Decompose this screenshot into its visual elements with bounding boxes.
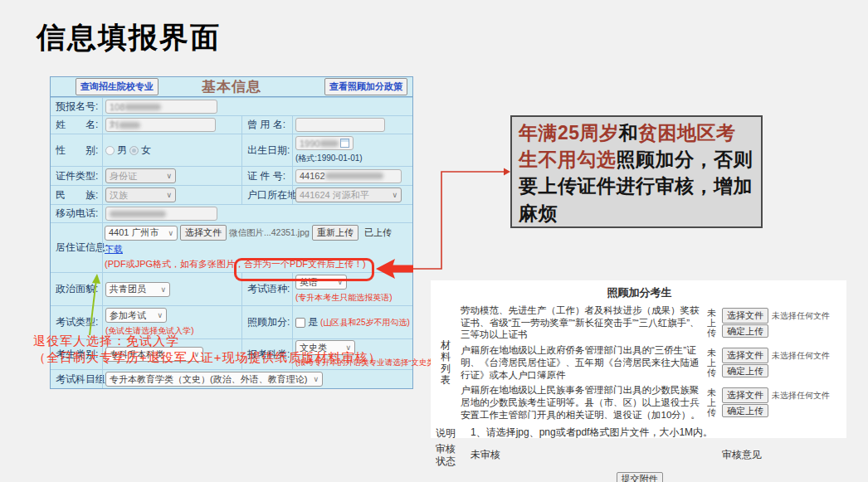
residence-label: 居住证信息: xyxy=(51,223,102,272)
row-ethnic-household: 民 族: 汉族∨ 户口所在地: 441624 河源和平∨ xyxy=(51,185,412,204)
page-title: 信息填报界面 xyxy=(37,18,221,57)
choose-file-button[interactable]: 选择文件 xyxy=(722,348,768,363)
chevron-down-icon: ∨ xyxy=(166,172,172,180)
veteran-annotation: 退役军人选择：免试入学 （全日制大专学历+退役军人证+现场提供纸质版材料审核） xyxy=(33,333,423,367)
exam-language-label: 考试语种: xyxy=(241,273,292,305)
material-text: 劳动模范、先进生产（工作）者及科技进步（成果）奖获证书、省级“五一劳动奖章”“新… xyxy=(459,303,702,343)
gender-female-radio[interactable] xyxy=(129,146,139,155)
redacted-value xyxy=(325,173,383,179)
no-file-text: 未选择任何文件 xyxy=(772,310,830,322)
material-text: 户籍所在地地级以上民族事务管理部门出具的少数民族聚居地的少数民族考生证明等。县（… xyxy=(459,382,702,422)
reupload-button[interactable]: 重新上传 xyxy=(312,225,358,241)
ethnic-select: 汉族∨ xyxy=(105,187,176,202)
bonus-note: (山区县和25岁不用勾选) xyxy=(320,317,410,329)
ethnic-label: 民 族: xyxy=(51,186,102,204)
exam-language-select[interactable]: 英语∨ xyxy=(295,275,347,290)
preregister-label: 预报名号: xyxy=(51,98,102,115)
row-subject-group: 考试科目组: 专升本教育学类（文史）(政治、外语、教育理论)∨ xyxy=(51,369,412,388)
form-header: 查询招生院校专业 基本信息 查看照顾加分政策 xyxy=(51,77,412,97)
material-upload: 选择文件未选择任何文件 确定上传 xyxy=(722,345,843,380)
no-file-text: 未选择任何文件 xyxy=(772,390,830,402)
former-name-input[interactable] xyxy=(295,118,385,132)
former-name-label: 曾 用 名: xyxy=(241,116,292,134)
query-colleges-button[interactable]: 查询招生院校专业 xyxy=(76,78,158,95)
gender-male-radio[interactable] xyxy=(105,146,115,155)
subject-group-select[interactable]: 专升本教育学类（文史）(政治、外语、教育理论)∨ xyxy=(105,372,323,387)
row-mobile: 移动电话: xyxy=(51,204,412,222)
row-political-language: 政治面貌: 共青团员∨ 考试语种: 英语∨ (专升本考生只能选报英语) xyxy=(51,272,412,305)
note-text: 1、请选择jpg、png或者pdf格式图片文件，大小1M内。 xyxy=(459,426,719,440)
note-label: 说明 xyxy=(436,427,456,439)
residence-city-select[interactable]: 4401 广州市∨ xyxy=(105,226,178,241)
birth-format-hint: (格式:1990-01-01) xyxy=(295,153,363,164)
choose-file-button[interactable]: 选择文件 xyxy=(180,225,227,241)
name-input[interactable]: 刘 xyxy=(105,118,216,132)
right-arrowhead-icon xyxy=(504,168,510,176)
callout-text: 年满25周岁和贫困地区考生不用勾选照顾加分，否则要上传证件进行审核，增加麻烦 xyxy=(519,122,753,224)
download-link[interactable]: 下载 xyxy=(105,243,123,256)
household-select: 441624 河源和平∨ xyxy=(295,187,402,202)
choose-file-button[interactable]: 选择文件 xyxy=(722,387,768,403)
chevron-down-icon: ∨ xyxy=(337,278,343,286)
form-title: 基本信息 xyxy=(173,77,290,96)
mobile-label: 移动电话: xyxy=(51,205,102,222)
id-number-label: 证 件 号: xyxy=(241,167,292,185)
uploaded-status: 已上传 xyxy=(364,226,392,239)
material-upload: 选择文件未选择任何文件 确定上传 xyxy=(722,305,843,340)
mobile-input[interactable] xyxy=(105,207,217,221)
political-select[interactable]: 共青团员∨ xyxy=(105,282,170,297)
redacted-value xyxy=(319,140,339,147)
choose-file-button[interactable]: 选择文件 xyxy=(722,308,768,324)
birth-input[interactable]: 1990 xyxy=(295,136,354,150)
exam-type-select[interactable]: 参加考试∨ xyxy=(105,308,167,323)
submit-attachments-button[interactable]: 提交附件 xyxy=(617,472,663,482)
id-type-label: 证件类型: xyxy=(51,167,102,185)
confirm-upload-button[interactable]: 确定上传 xyxy=(722,364,768,377)
redacted-value xyxy=(110,211,166,217)
name-label: 姓 名: xyxy=(51,116,102,134)
exam-language-note: (专升本考生只能选报英语) xyxy=(295,292,393,304)
material-status: 未上传 xyxy=(707,348,717,377)
row-preregister: 预报名号: 108 xyxy=(51,97,412,115)
id-type-select: 身份证∨ xyxy=(105,168,176,183)
preregister-input[interactable]: 108 xyxy=(105,100,217,114)
chevron-down-icon: ∨ xyxy=(392,191,397,199)
confirm-upload-button[interactable]: 确定上传 xyxy=(722,324,768,338)
material-upload: 选择文件未选择任何文件 确定上传 xyxy=(722,385,843,420)
chevron-down-icon: ∨ xyxy=(168,229,173,237)
gender-male-option: 男 xyxy=(117,144,127,158)
veteran-line-2: （全日制大专学历+退役军人证+现场提供纸质版材料审核） xyxy=(33,349,423,366)
calendar-icon[interactable] xyxy=(340,139,349,148)
gender-female-option: 女 xyxy=(141,144,151,158)
bonus-checkbox[interactable] xyxy=(295,318,305,328)
confirm-upload-button[interactable]: 确定上传 xyxy=(722,404,768,417)
row-id: 证件类型: 身份证∨ 证 件 号: 44162 xyxy=(51,166,412,185)
chevron-down-icon: ∨ xyxy=(157,311,163,319)
id-number-input[interactable]: 44162 xyxy=(295,169,402,183)
residence-note: (PDF或JPG格式，如有多张图片，合并为一个PDF文件后上传！) xyxy=(105,258,411,270)
bonus-upload-panel: 照顾加分考生 材料列表 劳动模范、先进生产（工作）者及科技进步（成果）奖获证书、… xyxy=(431,280,846,438)
row-gender-birth: 性 别: 男 女 出生日期: 1990 (格式:1990-01-01) xyxy=(51,134,412,166)
audit-opinion-label: 审核意见 xyxy=(722,448,843,462)
gender-label: 性 别: xyxy=(51,134,102,166)
chevron-down-icon: ∨ xyxy=(160,285,166,294)
subject-group-label: 考试科目组: xyxy=(51,370,102,388)
bonus-panel-title: 照顾加分考生 xyxy=(436,285,843,300)
household-label: 户口所在地: xyxy=(241,186,292,204)
view-bonus-policy-button[interactable]: 查看照顾加分政策 xyxy=(324,78,407,95)
veteran-line-1: 退役军人选择：免试入学 xyxy=(33,333,423,349)
audit-status-value: 未审核 xyxy=(459,448,719,462)
no-file-text: 未选择任何文件 xyxy=(772,350,830,362)
bonus-callout-box: 年满25周岁和贫困地区考生不用勾选照顾加分，否则要上传证件进行审核，增加麻烦 xyxy=(510,115,763,228)
redacted-value xyxy=(119,122,140,129)
political-label: 政治面貌: xyxy=(51,273,102,305)
chevron-down-icon: ∨ xyxy=(313,375,319,383)
material-list-label: 材料列表 xyxy=(440,339,451,386)
row-name: 姓 名: 刘 曾 用 名: xyxy=(51,115,412,134)
redacted-value xyxy=(124,104,161,110)
audit-status-label: 审核 状态 xyxy=(436,443,456,467)
uploaded-filename: 微信图片...42351.jpg xyxy=(229,227,310,239)
birth-label: 出生日期: xyxy=(241,134,292,166)
material-status: 未上传 xyxy=(707,387,717,417)
chevron-down-icon: ∨ xyxy=(166,191,172,199)
